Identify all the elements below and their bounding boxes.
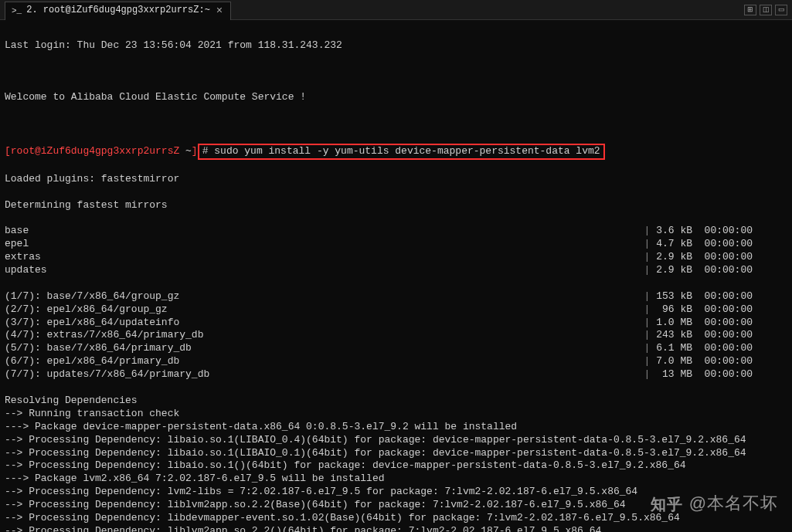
dependency-line: Resolving Dependencies [5, 395, 787, 408]
zhihu-logo-icon: 知乎 [651, 494, 683, 514]
repo-row: base| 3.6 kB 00:00:00 [5, 225, 753, 238]
download-row: (1/7): base/7/x86_64/group_gz| 153 kB 00… [5, 290, 753, 303]
layout-button-2[interactable]: ◫ [760, 5, 772, 15]
download-row: (6/7): epel/x86_64/primary_db| 7.0 MB 00… [5, 355, 753, 368]
dependency-line: --> Processing Dependency: liblvm2app.so… [5, 525, 787, 532]
close-icon[interactable]: × [215, 4, 224, 18]
download-row: (2/7): epel/x86_64/group_gz| 96 kB 00:00… [5, 303, 753, 317]
layout-button-3[interactable]: ▭ [775, 5, 787, 15]
welcome-line: Welcome to Alibaba Cloud Elastic Compute… [5, 91, 787, 104]
terminal-output[interactable]: Last login: Thu Dec 23 13:56:04 2021 fro… [0, 20, 792, 532]
window-controls: ⊞ ◫ ▭ [744, 5, 787, 15]
dependency-line: --> Processing Dependency: libaio.so.1(L… [5, 447, 787, 460]
tab-title: 2. root@iZuf6dug4gpg3xxrp2urrsZ:~ [26, 5, 210, 17]
dependency-line: ---> Package lvm2.x86_64 7:2.02.187-6.el… [5, 473, 787, 486]
prompt-bracket: ] [192, 145, 198, 157]
repo-row: epel| 4.7 kB 00:00:00 [5, 238, 753, 251]
layout-button-1[interactable]: ⊞ [744, 5, 756, 15]
download-row: (5/7): base/7/x86_64/primary_db| 6.1 MB … [5, 342, 753, 355]
dependency-line: --> Processing Dependency: libaio.so.1()… [5, 459, 787, 473]
dependency-line: ---> Package device-mapper-persistent-da… [5, 421, 787, 434]
download-row: (7/7): updates/7/x86_64/primary_db| 13 M… [5, 368, 753, 381]
download-row: (4/7): extras/7/x86_64/primary_db| 243 k… [5, 329, 753, 342]
highlighted-command: # sudo yum install -y yum-utils device-m… [198, 144, 605, 160]
command-line: [root@iZuf6dug4gpg3xxrp2urrsZ ~]# sudo y… [5, 144, 787, 160]
terminal-icon: >_ [12, 5, 22, 16]
determining-mirrors: Determining fastest mirrors [5, 199, 787, 212]
prompt-path: ~ [185, 145, 192, 157]
prompt-user: [root@iZuf6dug4gpg3xxrp2urrsZ [5, 145, 185, 157]
terminal-tab[interactable]: >_ 2. root@iZuf6dug4gpg3xxrp2urrsZ:~ × [5, 2, 231, 20]
dependency-line: --> Running transaction check [5, 408, 787, 421]
last-login-line: Last login: Thu Dec 23 13:56:04 2021 fro… [5, 39, 787, 53]
repo-row: extras| 2.9 kB 00:00:00 [5, 251, 753, 264]
watermark: 知乎 @本名不坏 [651, 493, 778, 515]
loaded-plugins: Loaded plugins: fastestmirror [5, 173, 787, 186]
download-row: (3/7): epel/x86_64/updateinfo| 1.0 MB 00… [5, 317, 753, 330]
title-bar: >_ 2. root@iZuf6dug4gpg3xxrp2urrsZ:~ × ⊞… [0, 0, 792, 20]
repo-row: updates| 2.9 kB 00:00:00 [5, 264, 753, 277]
dependency-line: --> Processing Dependency: libaio.so.1(L… [5, 434, 787, 447]
watermark-text: @本名不坏 [689, 493, 778, 515]
